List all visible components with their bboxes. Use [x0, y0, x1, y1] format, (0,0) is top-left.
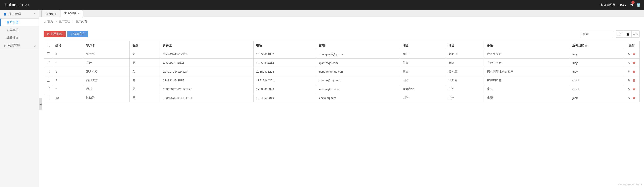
header: H-ui.admin v3.1 超级管理员 Oza ▾ ✉ 1 👕: [0, 0, 644, 10]
delete-icon[interactable]: 🗑: [632, 61, 636, 65]
header-region[interactable]: 地区: [400, 41, 446, 50]
cell-phone: 13553421632: [253, 50, 316, 58]
user-menu[interactable]: Oza ▾: [618, 3, 626, 7]
cell-agent: lucy: [570, 67, 624, 76]
cell-idcard: 123456789111111111: [160, 94, 254, 102]
header-email[interactable]: 邮箱: [316, 41, 400, 50]
row-checkbox[interactable]: [47, 52, 50, 56]
user-icon: 👤: [3, 12, 7, 16]
cell-phone: 12345678910: [253, 94, 316, 102]
header-agent[interactable]: 业务员账号: [570, 41, 624, 50]
menu-label: 业务管理: [8, 12, 21, 16]
batch-delete-button[interactable]: 🗑 批量删除: [44, 31, 66, 37]
cell-email: cdx@qq.com: [316, 94, 400, 102]
close-icon[interactable]: ×: [78, 12, 80, 16]
breadcrumb-sep: >: [72, 20, 74, 23]
cell-gender: 男: [130, 85, 160, 94]
search-input[interactable]: [580, 31, 614, 37]
refresh-button[interactable]: ⟳: [616, 30, 624, 38]
tab-customer[interactable]: 客户管理 ×: [60, 10, 83, 17]
row-checkbox[interactable]: [47, 96, 50, 99]
mail-badge: 1: [632, 1, 634, 4]
header-phone[interactable]: 电话: [253, 41, 316, 50]
delete-icon[interactable]: 🗑: [632, 70, 636, 73]
delete-icon[interactable]: 🗑: [632, 52, 636, 56]
columns-button[interactable]: ▦: [624, 30, 632, 38]
menu-header-system[interactable]: ⚙ 系统管理 ⌄: [0, 42, 39, 50]
edit-icon[interactable]: ✎: [628, 79, 630, 82]
menu-header-business[interactable]: 👤 业务管理 ⌃: [0, 10, 39, 18]
row-checkbox[interactable]: [47, 70, 50, 73]
cell-email: zhangwuji@qq.com: [316, 50, 400, 58]
header-name[interactable]: 客户名: [84, 41, 130, 50]
toolbar-left: 🗑 批量删除 + 添加客户: [44, 31, 88, 37]
row-checkbox[interactable]: [47, 78, 50, 82]
edit-icon[interactable]: ✎: [628, 52, 630, 56]
cell-name: 陈德祥: [84, 94, 130, 102]
cell-remark: 乔帮主厉害: [484, 58, 570, 67]
header-id[interactable]: 编号: [53, 41, 84, 50]
edit-icon[interactable]: ✎: [628, 88, 630, 91]
cell-agent: jack: [570, 94, 624, 102]
theme-icon[interactable]: 👕: [636, 3, 641, 7]
row-checkbox[interactable]: [47, 87, 50, 90]
button-label: 添加客户: [73, 32, 85, 36]
cell-remark: 土豪: [484, 94, 570, 102]
edit-icon[interactable]: ✎: [628, 70, 630, 73]
columns-icon: ▦: [626, 32, 629, 36]
cell-idcard: 4353453234324: [160, 58, 254, 67]
table-row: 1 张无忌 男 234243243212323 13553421632 zhan…: [44, 50, 640, 58]
button-label: 批量删除: [51, 32, 62, 36]
grid-button[interactable]: ▪▪▪▾: [632, 30, 640, 38]
breadcrumb-sep: >: [55, 20, 56, 23]
breadcrumb-part1[interactable]: 客户管理: [58, 20, 70, 24]
header-gender[interactable]: 性别: [130, 41, 160, 50]
table-row: 2 乔峰 男 4353453234324 13553334444 qiaof@q…: [44, 58, 640, 67]
sidebar-item-process[interactable]: 业务处理: [0, 34, 39, 42]
tab-desktop[interactable]: 我的桌面: [41, 10, 60, 17]
breadcrumb-home[interactable]: 首页: [47, 20, 53, 24]
cell-id: 4: [53, 76, 84, 85]
cell-checkbox: [44, 50, 53, 58]
header-right: 超级管理员 Oza ▾ ✉ 1 👕: [600, 2, 641, 8]
header-remark[interactable]: 备注: [484, 41, 570, 50]
chevron-up-icon: ⌃: [34, 13, 36, 16]
cell-remark: 厉害的角色: [484, 76, 570, 85]
header-address[interactable]: 地址: [446, 41, 484, 50]
edit-icon[interactable]: ✎: [628, 96, 630, 100]
delete-icon[interactable]: 🗑: [632, 88, 636, 91]
row-checkbox[interactable]: [47, 61, 50, 64]
edit-icon[interactable]: ✎: [628, 61, 630, 65]
cell-action: ✎ 🗑: [624, 85, 640, 94]
sidebar-collapse-button[interactable]: ◀: [39, 98, 42, 110]
mail-icon[interactable]: ✉ 1: [630, 2, 633, 8]
table-row: 3 东方不败 女 234324234324324 13552431234 don…: [44, 67, 640, 76]
add-customer-button[interactable]: + 添加客户: [67, 31, 88, 37]
delete-icon[interactable]: 🗑: [632, 96, 636, 100]
version: v3.1: [24, 4, 29, 7]
cell-gender: 男: [130, 76, 160, 85]
cell-region: 澳大利亚: [400, 85, 446, 94]
cell-region: 大陆: [400, 50, 446, 58]
cell-name: 西门吹雪: [84, 76, 130, 85]
chevron-down-icon: ⌄: [34, 44, 36, 47]
cell-checkbox: [44, 76, 53, 85]
select-all-checkbox[interactable]: [47, 44, 50, 47]
caret-icon: ▾: [637, 33, 638, 35]
table-row: 4 西门吹雪 男 2343234543535 13212344321 xumen…: [44, 76, 640, 85]
sidebar-item-customer[interactable]: 客户管理: [0, 18, 39, 26]
cell-action: ✎ 🗑: [624, 58, 640, 67]
header-idcard[interactable]: 身份证: [160, 41, 254, 50]
sidebar: 👤 业务管理 ⌃ 客户管理 订单管理 业务处理 ⚙ 系统管理 ⌄: [0, 10, 39, 187]
cell-id: 3: [53, 67, 84, 76]
sidebar-item-order[interactable]: 订单管理: [0, 26, 39, 34]
header-action: 操作: [624, 41, 640, 50]
delete-icon[interactable]: 🗑: [632, 79, 636, 82]
cell-checkbox: [44, 85, 53, 94]
cell-remark: 我是张无忌: [484, 50, 570, 58]
cell-region: 美国: [400, 58, 446, 67]
admin-role-label: 超级管理员: [600, 3, 615, 7]
home-icon: ⌂: [44, 20, 46, 23]
cell-action: ✎ 🗑: [624, 94, 640, 102]
cell-gender: 男: [130, 94, 160, 102]
